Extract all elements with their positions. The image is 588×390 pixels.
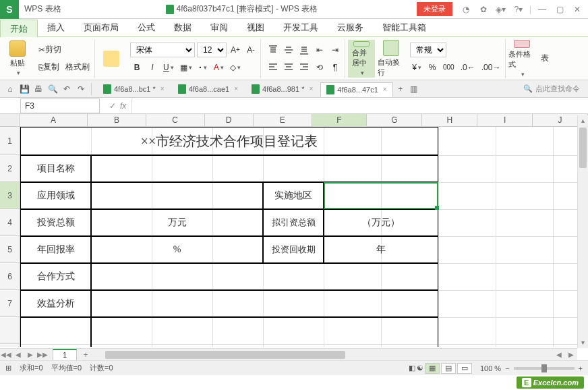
horizontal-scrollbar[interactable] bbox=[105, 351, 542, 359]
wrap-text-button[interactable]: 自动换行 bbox=[378, 40, 405, 78]
print-icon[interactable]: 🖶 bbox=[32, 83, 45, 95]
col-F[interactable]: F bbox=[312, 114, 368, 126]
preview-icon[interactable]: 🔍 bbox=[47, 83, 59, 95]
align-bottom-button[interactable] bbox=[297, 43, 311, 57]
view-page-button[interactable]: ▤ bbox=[441, 363, 456, 374]
view-break-button[interactable]: ▭ bbox=[457, 363, 472, 374]
col-I[interactable]: I bbox=[477, 114, 533, 126]
increase-decimal-button[interactable]: .0← bbox=[459, 60, 477, 75]
add-tab-button[interactable]: + bbox=[394, 83, 407, 95]
align-middle-button[interactable] bbox=[282, 43, 295, 57]
maximize-button[interactable]: ▢ bbox=[552, 2, 568, 17]
indent-increase-button[interactable]: ⇥ bbox=[328, 43, 342, 57]
row-2[interactable]: 2 bbox=[0, 155, 20, 182]
cell-A8[interactable] bbox=[20, 317, 91, 347]
row-4[interactable]: 4 bbox=[0, 209, 20, 236]
status-lock-icon[interactable]: ☯ bbox=[417, 364, 423, 372]
cell-B6G6[interactable] bbox=[91, 263, 438, 290]
format-brush-big[interactable] bbox=[98, 40, 125, 78]
conditional-format-button[interactable]: 条件格式▾ bbox=[508, 40, 535, 78]
cell-A6[interactable]: 合作方式 bbox=[20, 263, 91, 290]
tab-list-button[interactable]: ▥ bbox=[408, 83, 420, 95]
cell-F4G4[interactable]: （万元） bbox=[324, 209, 438, 236]
scroll-down-button[interactable]: ▼ bbox=[578, 337, 588, 348]
cell-B4D4[interactable]: 万元 bbox=[91, 209, 263, 236]
paste-button[interactable]: 粘贴▾ bbox=[4, 40, 31, 78]
name-box[interactable]: F3 bbox=[20, 99, 100, 113]
zoom-slider[interactable] bbox=[514, 367, 575, 370]
copy-button[interactable]: ⎘ 复制 bbox=[36, 60, 61, 75]
row-1[interactable]: 1 bbox=[0, 127, 20, 155]
sheet-nav-prev[interactable]: ◀ bbox=[12, 350, 24, 360]
zoom-value[interactable]: 100 % bbox=[480, 364, 501, 372]
cut-button[interactable]: ✂ 剪切 bbox=[36, 43, 63, 57]
cell-A4[interactable]: 投资总额 bbox=[20, 209, 91, 236]
col-E[interactable]: E bbox=[254, 114, 312, 126]
fill-color-button[interactable]: 🞍▾ bbox=[196, 60, 210, 75]
underline-button[interactable]: U▾ bbox=[161, 60, 176, 75]
undo-icon[interactable]: ↶ bbox=[61, 83, 73, 95]
merge-center-button[interactable]: 合并居中▾ bbox=[348, 40, 375, 78]
cell-A2[interactable]: 项目名称 bbox=[20, 155, 91, 182]
align-top-button[interactable] bbox=[266, 43, 280, 57]
menu-smart-tools[interactable]: 智能工具箱 bbox=[373, 19, 436, 36]
cell-B5D5[interactable]: % bbox=[91, 236, 263, 263]
font-color-button[interactable]: A▾ bbox=[212, 60, 226, 75]
minimize-button[interactable]: — bbox=[534, 2, 550, 17]
menu-data[interactable]: 数据 bbox=[165, 19, 201, 36]
help-icon[interactable]: ?▾ bbox=[510, 2, 527, 17]
cell-A7[interactable]: 效益分析 bbox=[20, 290, 91, 317]
align-right-button[interactable] bbox=[297, 60, 311, 75]
percent-button[interactable]: % bbox=[425, 60, 439, 75]
sheet-tab-1[interactable]: 1 bbox=[53, 349, 77, 361]
decrease-decimal-button[interactable]: .00→ bbox=[479, 60, 503, 75]
italic-button[interactable]: I bbox=[146, 60, 159, 75]
cell-B3D3[interactable] bbox=[91, 182, 263, 209]
command-search[interactable]: 🔍 点此查找命令 bbox=[523, 84, 584, 94]
hscroll-thumb[interactable] bbox=[105, 351, 345, 359]
cell-A3[interactable]: 应用领域 bbox=[20, 182, 91, 209]
view-normal-button[interactable]: ▦ bbox=[425, 363, 440, 374]
row-8[interactable] bbox=[0, 317, 20, 344]
select-all-corner[interactable] bbox=[0, 114, 20, 126]
col-A[interactable]: A bbox=[20, 114, 88, 126]
table-title[interactable]: ××市经济技术合作项目登记表 bbox=[20, 127, 438, 155]
bold-button[interactable]: B bbox=[130, 60, 144, 75]
indent-decrease-button[interactable]: ⇤ bbox=[313, 43, 326, 57]
fx-icon[interactable]: fx bbox=[120, 101, 126, 111]
menu-dev[interactable]: 开发工具 bbox=[274, 19, 328, 36]
table-style-button[interactable]: 表 bbox=[538, 51, 552, 66]
close-icon[interactable]: × bbox=[160, 85, 165, 92]
close-button[interactable]: ✕ bbox=[569, 2, 585, 17]
orientation-button[interactable]: ⟲ bbox=[313, 60, 326, 75]
settings-icon[interactable]: ✿ bbox=[475, 2, 492, 17]
decrease-font-button[interactable]: A- bbox=[244, 43, 258, 57]
status-mode-icon[interactable]: ◧ bbox=[409, 364, 415, 372]
doctab-2[interactable]: 4f6a8...981 *× bbox=[245, 82, 319, 96]
status-menu-icon[interactable]: ⊞ bbox=[5, 364, 11, 372]
home-icon[interactable]: ⌂ bbox=[4, 83, 16, 95]
cell-B2G2[interactable] bbox=[91, 155, 438, 182]
formula-input[interactable] bbox=[131, 99, 588, 113]
col-H[interactable]: H bbox=[422, 114, 477, 126]
border-button[interactable]: ▦▾ bbox=[178, 60, 194, 75]
skin-icon[interactable]: ◈▾ bbox=[493, 2, 509, 17]
cell-E3[interactable]: 实施地区 bbox=[263, 182, 324, 209]
cell-E5[interactable]: 投资回收期 bbox=[263, 236, 324, 263]
col-C[interactable]: C bbox=[146, 114, 205, 126]
menu-review[interactable]: 审阅 bbox=[201, 19, 237, 36]
currency-button[interactable]: ¥▾ bbox=[410, 60, 423, 75]
fx-cancel-icon[interactable]: ✓ bbox=[109, 101, 116, 111]
cell-A5[interactable]: 年回报率 bbox=[20, 236, 91, 263]
menu-start[interactable]: 开始 bbox=[0, 20, 38, 37]
scroll-right-button[interactable]: ▶ bbox=[565, 350, 577, 360]
sync-icon[interactable]: ◔ bbox=[458, 2, 474, 17]
cell-E4[interactable]: 拟引资总额 bbox=[263, 209, 324, 236]
row-7[interactable]: 7 bbox=[0, 290, 20, 317]
menu-insert[interactable]: 插入 bbox=[38, 19, 74, 36]
cells-area[interactable]: ××市经济技术合作项目登记表 项目名称 应用领域 实施地区 投资总额 万元 拟引… bbox=[20, 127, 588, 347]
cell-F5G5[interactable]: 年 bbox=[324, 236, 438, 263]
format-painter-button[interactable]: 格式刷 bbox=[63, 60, 92, 75]
font-size-select[interactable]: 12 bbox=[197, 43, 227, 57]
zoom-in-button[interactable]: + bbox=[579, 364, 583, 372]
